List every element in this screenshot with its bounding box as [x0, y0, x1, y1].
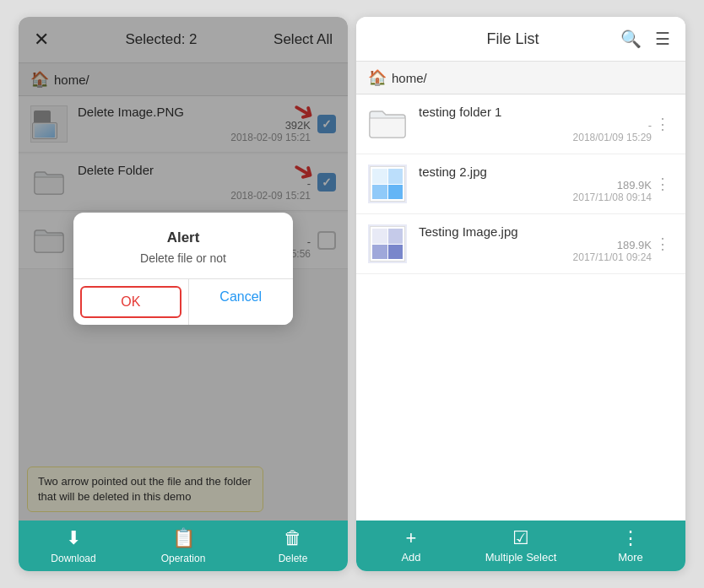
alert-overlay: Alert Delete file or not OK Cancel [19, 17, 348, 521]
multiple-select-icon: ☑ [512, 529, 529, 548]
three-dot-menu-2[interactable]: ⋮ [652, 171, 674, 197]
tab-add[interactable]: + Add [356, 521, 466, 571]
tab-operation-label: Operation [161, 553, 206, 564]
right-file-name: testing folder 1 [419, 105, 652, 119]
right-file-thumb-folder1 [368, 105, 407, 143]
right-file-size: 189.9K [617, 179, 652, 192]
more-icon: ⋮ [621, 529, 640, 548]
right-file-meta: 189.9K 2017/11/01 09:24 [419, 239, 652, 263]
hamburger-icon[interactable]: ☰ [655, 29, 670, 49]
right-file-item-img1[interactable]: testing 2.jpg 189.9K 2017/11/08 09:14 ⋮ [356, 154, 685, 214]
tab-delete[interactable]: 🗑 Delete [238, 521, 348, 571]
alert-title: Alert [87, 229, 279, 246]
tab-download[interactable]: ⬇ Download [19, 521, 128, 571]
right-breadcrumb-text: home/ [392, 71, 427, 85]
tab-multiple-select-label: Multiple Select [485, 551, 557, 564]
operation-icon: 📋 [172, 527, 195, 549]
right-file-item-img2[interactable]: Testing Image.jpg 189.9K 2017/11/01 09:2… [356, 214, 685, 274]
three-dot-menu-1[interactable]: ⋮ [652, 111, 674, 137]
alert-dialog: Alert Delete file or not OK Cancel [73, 213, 293, 325]
right-breadcrumb: 🏠 home/ [356, 62, 685, 94]
right-file-date: 2017/11/01 09:24 [573, 251, 652, 263]
tab-multiple-select[interactable]: ☑ Multiple Select [466, 521, 576, 571]
left-panel: ✕ Selected: 2 Select All 🏠 home/ ➜ [19, 17, 348, 571]
download-icon: ⬇ [66, 527, 81, 549]
right-file-meta: - 2018/01/09 15:29 [419, 119, 652, 143]
right-title: File List [405, 30, 620, 48]
left-tab-bar: ⬇ Download 📋 Operation 🗑 Delete [19, 521, 348, 571]
tab-download-label: Download [51, 553, 95, 564]
alert-ok-button[interactable]: OK [80, 286, 181, 318]
app-container: ✕ Selected: 2 Select All 🏠 home/ ➜ [0, 0, 704, 588]
right-header: File List 🔍 ☰ [356, 17, 685, 62]
tab-more[interactable]: ⋮ More [576, 521, 685, 571]
tab-operation[interactable]: 📋 Operation [128, 521, 238, 571]
delete-icon: 🗑 [284, 527, 302, 549]
right-home-icon: 🏠 [368, 68, 387, 87]
right-file-item-folder1[interactable]: testing folder 1 - 2018/01/09 15:29 ⋮ [356, 94, 685, 154]
right-file-name: testing 2.jpg [419, 165, 652, 179]
right-file-date: 2017/11/08 09:14 [573, 192, 652, 203]
add-icon: + [406, 529, 417, 548]
three-dot-menu-3[interactable]: ⋮ [652, 231, 674, 256]
right-file-date: 2018/01/09 15:29 [573, 132, 652, 143]
right-file-info-img1: testing 2.jpg 189.9K 2017/11/08 09:14 [419, 165, 652, 203]
right-file-size: 189.9K [617, 239, 652, 251]
right-file-list: testing folder 1 - 2018/01/09 15:29 ⋮ [356, 94, 685, 521]
tab-add-label: Add [401, 551, 420, 564]
alert-buttons: OK Cancel [73, 278, 293, 325]
tab-delete-label: Delete [279, 553, 308, 564]
tab-more-label: More [618, 551, 643, 564]
right-file-meta: 189.9K 2017/11/08 09:14 [419, 179, 652, 203]
right-panel: File List 🔍 ☰ 🏠 home/ test [356, 17, 685, 571]
right-file-thumb-img1 [368, 165, 407, 203]
right-file-info-folder1: testing folder 1 - 2018/01/09 15:29 [419, 105, 652, 143]
alert-message: Delete file or not [87, 251, 279, 265]
right-tab-bar: + Add ☑ Multiple Select ⋮ More [356, 521, 685, 571]
search-icon[interactable]: 🔍 [620, 29, 642, 49]
alert-cancel-button[interactable]: Cancel [188, 279, 294, 325]
right-file-thumb-img2 [368, 224, 407, 263]
right-file-name: Testing Image.jpg [419, 224, 652, 239]
right-file-info-img2: Testing Image.jpg 189.9K 2017/11/01 09:2… [419, 224, 652, 263]
